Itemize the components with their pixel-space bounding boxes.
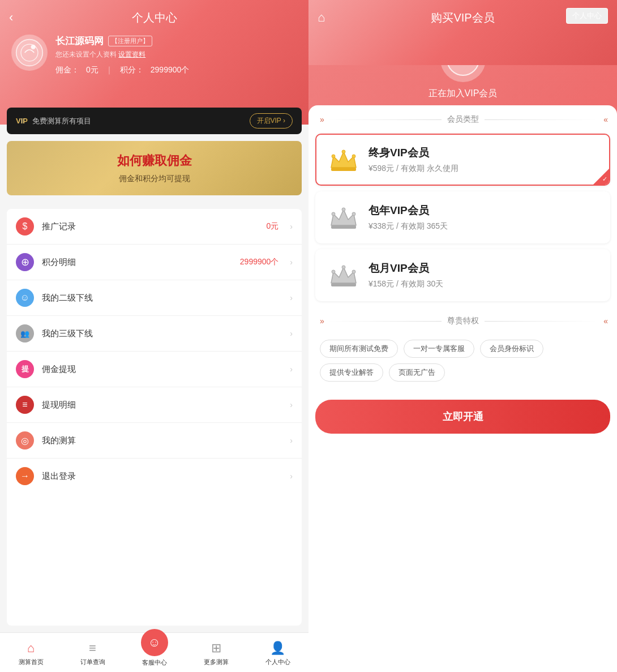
points-value: 2999900个 <box>151 65 190 75</box>
home-icon: ⌂ <box>27 641 35 656</box>
level2-icon: ☺ <box>16 289 34 307</box>
commission-value: 0元 <box>86 65 98 75</box>
right-panel: ⌂ 购买VIP会员 个人中心 正在加入VIP会员 » 会员类型 « <box>308 0 617 672</box>
withdraw-icon: ≡ <box>16 396 34 414</box>
menu-item-promote[interactable]: $ 推广记录 0元 › <box>7 209 302 245</box>
commission-arrow: › <box>290 365 293 374</box>
user-subtitle: 您还未设置个人资料 设置资料 <box>55 50 297 59</box>
user-name-row: 长江源码网 【注册用户】 <box>55 35 297 48</box>
service-icon-wrap: ☺ <box>141 629 168 656</box>
open-button[interactable]: 立即开通 <box>315 400 610 434</box>
setup-link[interactable]: 设置资料 <box>118 50 145 58</box>
nav-label-service: 客服中心 <box>142 658 167 667</box>
privilege-tags: 期间所有测试免费 一对一专属客服 会员身份标识 提供专业解答 页面无广告 <box>315 335 610 386</box>
forecast-icon: ◎ <box>16 431 34 450</box>
menu-item-points[interactable]: ⊕ 积分明细 2999900个 › <box>7 245 302 280</box>
back-button[interactable]: ‹ <box>9 10 13 25</box>
vip-banner-text: 免费测算所有项目 <box>32 116 91 126</box>
svg-rect-4 <box>331 168 356 171</box>
privilege-tag-0: 期间所有测试免费 <box>320 340 398 358</box>
checkmark-icon: ✓ <box>602 176 607 183</box>
logout-arrow: › <box>290 472 293 481</box>
vip-card-lifetime-price: ¥598元 / 有效期 永久使用 <box>369 164 598 174</box>
commission-title: 如何赚取佣金 <box>18 152 290 169</box>
nav-item-profile[interactable]: 👤 个人中心 <box>247 637 308 670</box>
svg-point-14 <box>342 266 345 269</box>
vip-banner-left: VIP 免费测算所有项目 <box>16 116 91 126</box>
vip-banner[interactable]: VIP 免费测算所有项目 开启VIP › <box>7 108 302 134</box>
logout-icon: → <box>16 467 34 485</box>
menu-label-level2: 我的二级下线 <box>42 293 282 303</box>
privilege-left-arrows-icon: » <box>320 316 322 326</box>
menu-item-level3[interactable]: 👥 我的三级下线 › <box>7 316 302 352</box>
menu-item-commission[interactable]: 提 佣金提现 › <box>7 352 302 387</box>
vip-open-button[interactable]: 开启VIP › <box>250 113 293 129</box>
points-label: 积分： <box>120 65 144 75</box>
vip-card-lifetime[interactable]: 终身VIP会员 ¥598元 / 有效期 永久使用 ✓ <box>315 134 610 186</box>
member-type-divider: » 会员类型 « <box>315 105 610 134</box>
privilege-tag-1: 一对一专属客服 <box>404 340 474 358</box>
menu-item-forecast[interactable]: ◎ 我的测算 › <box>7 423 302 459</box>
vip-card-lifetime-name: 终身VIP会员 <box>369 145 598 160</box>
crown-gold-icon <box>328 144 359 176</box>
stats-row: 佣金： 0元 ｜ 积分： 2999900个 <box>55 65 297 75</box>
menu-value-points: 2999900个 <box>240 257 279 267</box>
privilege-section: » 尊贵特权 « 期间所有测试免费 一对一专属客服 会员身份标识 提供专业解答 … <box>315 307 610 395</box>
vip-card-monthly[interactable]: 包月VIP会员 ¥158元 / 有效期 30天 <box>315 249 610 301</box>
nav-item-service[interactable]: ☺ 客服中心 <box>123 637 185 670</box>
privilege-divider: » 尊贵特权 « <box>315 307 610 335</box>
privilege-divider-right <box>485 321 598 322</box>
vip-card-monthly-info: 包月VIP会员 ¥158元 / 有效期 30天 <box>369 261 598 289</box>
right-arrows-icon: « <box>603 115 606 124</box>
more-icon: ⊞ <box>211 641 221 656</box>
privilege-right-arrows-icon: « <box>603 316 606 326</box>
privilege-tag-2: 会员身份标识 <box>480 340 543 358</box>
avatar <box>11 35 48 71</box>
stats-divider: ｜ <box>105 65 113 75</box>
divider-line-right <box>485 119 598 120</box>
points-arrow: › <box>290 258 293 267</box>
svg-point-5 <box>332 155 335 158</box>
left-panel: ‹ 个人中心 长江源码网 【注册用户】 您还未设置个人资料 <box>0 0 308 672</box>
profile-icon: 👤 <box>270 641 285 656</box>
vip-card-annual-name: 包年VIP会员 <box>369 203 598 218</box>
withdraw-arrow: › <box>290 400 293 409</box>
menu-label-withdraw: 提现明细 <box>42 400 282 410</box>
menu-value-promote: 0元 <box>267 221 279 232</box>
bottom-nav: ⌂ 测算首页 ≡ 订单查询 ☺ 客服中心 ⊞ 更多测算 👤 个人中心 <box>0 632 308 672</box>
menu-label-points: 积分明细 <box>42 257 232 268</box>
left-panel-title: 个人中心 <box>132 10 177 25</box>
menu-label-logout: 退出登录 <box>42 471 282 482</box>
orders-icon: ≡ <box>89 641 96 656</box>
nav-item-more[interactable]: ⊞ 更多测算 <box>185 637 247 670</box>
nav-item-home[interactable]: ⌂ 测算首页 <box>0 637 62 670</box>
nav-item-orders[interactable]: ≡ 订单查询 <box>62 637 123 670</box>
privilege-label: 尊贵特权 <box>447 316 479 326</box>
menu-item-level2[interactable]: ☺ 我的二级下线 › <box>7 280 302 316</box>
menu-item-withdraw[interactable]: ≡ 提现明细 › <box>7 387 302 423</box>
svg-point-13 <box>332 270 335 273</box>
right-personal-button[interactable]: 个人中心 <box>566 8 608 24</box>
menu-label-level3: 我的三级下线 <box>42 328 282 339</box>
menu-item-logout[interactable]: → 退出登录 › <box>7 459 302 494</box>
right-home-button[interactable]: ⌂ <box>318 10 325 25</box>
level3-arrow: › <box>290 329 293 338</box>
right-header: ⌂ 购买VIP会员 个人中心 <box>308 0 617 65</box>
vip-card-annual[interactable]: 包年VIP会员 ¥338元 / 有效期 365天 <box>315 191 610 243</box>
vip-card-monthly-price: ¥158元 / 有效期 30天 <box>369 279 598 289</box>
menu-label-commission: 佣金提现 <box>42 364 282 375</box>
vip-card-monthly-name: 包月VIP会员 <box>369 261 598 276</box>
commission-subtitle: 佣金和积分均可提现 <box>18 174 290 184</box>
svg-point-9 <box>332 212 335 216</box>
level2-arrow: › <box>290 293 293 302</box>
right-panel-title: 购买VIP会员 <box>431 10 494 25</box>
promote-arrow: › <box>290 222 293 231</box>
crown-silver-monthly-icon <box>328 259 359 291</box>
nav-label-more: 更多测算 <box>204 658 229 666</box>
commission-section[interactable]: 如何赚取佣金 佣金和积分均可提现 <box>7 141 302 195</box>
svg-point-11 <box>352 212 355 216</box>
privilege-divider-left <box>328 321 442 322</box>
svg-rect-8 <box>331 225 356 229</box>
menu-label-forecast: 我的测算 <box>42 435 282 446</box>
nav-label-home: 测算首页 <box>19 658 44 666</box>
